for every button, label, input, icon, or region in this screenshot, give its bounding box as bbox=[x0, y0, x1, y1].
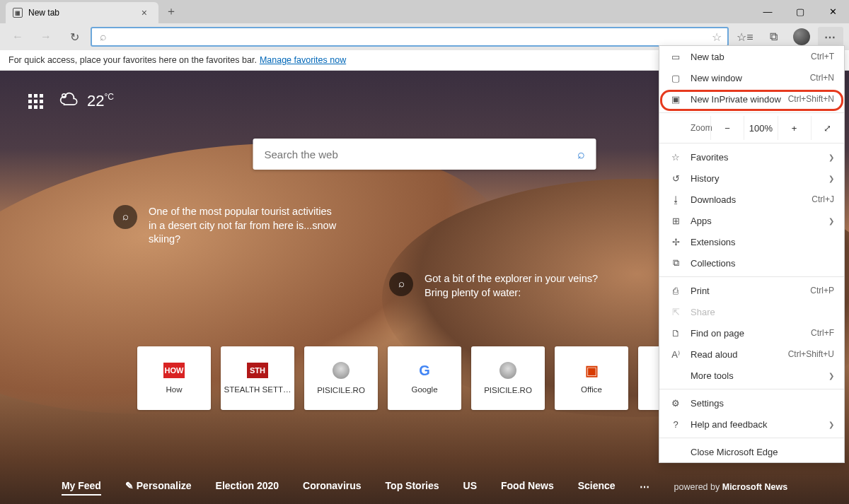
feed-tab[interactable]: Food News bbox=[501, 480, 554, 494]
zoom-in-button[interactable]: + bbox=[778, 116, 811, 140]
top-sites: HOWHow STHSTEALTH SETT… PISICILE.RO GGoo… bbox=[137, 346, 712, 410]
weather-widget[interactable]: 22°C bbox=[59, 90, 114, 112]
powered-by-label: powered by Microsoft News bbox=[674, 482, 788, 492]
top-site-tile[interactable]: PISICILE.RO bbox=[304, 346, 378, 410]
settings-menu: ▭New tabCtrl+T ▢New windowCtrl+N ▣New In… bbox=[659, 45, 845, 463]
feed-tab[interactable]: Science bbox=[578, 480, 616, 494]
page-layout-button[interactable] bbox=[28, 94, 43, 109]
back-button[interactable]: ← bbox=[6, 25, 30, 48]
magnifier-icon: ⌕ bbox=[389, 272, 413, 296]
menu-new-window[interactable]: ▢New windowCtrl+N bbox=[659, 67, 844, 88]
tip-text: Got a bit of the explorer in your veins?… bbox=[424, 272, 616, 300]
help-icon: ? bbox=[668, 419, 683, 430]
browser-tab[interactable]: ▦ New tab × bbox=[6, 2, 158, 23]
search-submit-icon[interactable]: ⌕ bbox=[577, 147, 585, 162]
window-controls: — ▢ ✕ bbox=[751, 0, 849, 23]
maximize-button[interactable]: ▢ bbox=[784, 0, 816, 23]
menu-new-tab[interactable]: ▭New tabCtrl+T bbox=[659, 46, 844, 67]
feed-tab-myfeed[interactable]: My Feed bbox=[62, 480, 101, 494]
menu-downloads[interactable]: ⭳DownloadsCtrl+J bbox=[659, 189, 844, 210]
temperature-value: 22°C bbox=[87, 92, 114, 110]
menu-find[interactable]: 🗋Find on pageCtrl+F bbox=[659, 322, 844, 344]
menu-favorites[interactable]: ☆Favorites❯ bbox=[659, 146, 844, 168]
chevron-right-icon: ❯ bbox=[828, 153, 834, 161]
feed-nav: My Feed ✎ Personalize Election 2020 Coro… bbox=[0, 480, 849, 494]
menu-new-inprivate[interactable]: ▣New InPrivate windowCtrl+Shift+N bbox=[659, 88, 844, 110]
minimize-button[interactable]: — bbox=[751, 0, 784, 23]
collections-icon: ⧉ bbox=[668, 257, 683, 269]
feed-more-button[interactable]: ⋯ bbox=[640, 481, 650, 493]
pencil-icon: ✎ bbox=[125, 480, 134, 491]
gear-icon: ⚙ bbox=[668, 398, 683, 409]
window-icon: ▢ bbox=[668, 73, 683, 83]
web-search-input[interactable] bbox=[265, 148, 577, 160]
weather-icon bbox=[59, 90, 80, 112]
menu-collections[interactable]: ⧉Collections bbox=[659, 252, 844, 274]
history-icon: ↺ bbox=[668, 173, 683, 184]
find-icon: 🗋 bbox=[668, 328, 683, 339]
top-site-tile[interactable]: HOWHow bbox=[137, 346, 211, 410]
trivia-tip[interactable]: ⌕ Got a bit of the explorer in your vein… bbox=[389, 272, 616, 300]
title-bar: ▦ New tab × ＋ — ▢ ✕ bbox=[0, 0, 849, 23]
tab-title: New tab bbox=[28, 8, 59, 18]
top-site-tile[interactable]: PISICILE.RO bbox=[471, 346, 545, 410]
feed-tab-personalize[interactable]: ✎ Personalize bbox=[125, 480, 192, 494]
menu-history[interactable]: ↺History❯ bbox=[659, 168, 844, 189]
close-window-button[interactable]: ✕ bbox=[816, 0, 849, 23]
zoom-level: 100% bbox=[744, 116, 777, 140]
trivia-tip[interactable]: ⌕ One of the most popular tourist activi… bbox=[113, 205, 340, 247]
feed-tab[interactable]: Coronavirus bbox=[303, 480, 361, 494]
favorites-bar-text: For quick access, place your favorites h… bbox=[8, 55, 257, 65]
menu-read-aloud[interactable]: A⁾Read aloudCtrl+Shift+U bbox=[659, 344, 844, 365]
menu-help[interactable]: ?Help and feedback❯ bbox=[659, 414, 844, 435]
menu-extensions[interactable]: ✢Extensions bbox=[659, 231, 844, 252]
tab-favicon: ▦ bbox=[13, 8, 23, 18]
chevron-right-icon: ❯ bbox=[828, 372, 834, 380]
menu-apps[interactable]: ⊞Apps❯ bbox=[659, 210, 844, 231]
star-icon: ☆ bbox=[668, 152, 683, 163]
address-bar[interactable]: ⌕ ☆ bbox=[91, 27, 729, 47]
menu-share: ⇱Share bbox=[659, 301, 844, 322]
top-site-tile[interactable]: STHSTEALTH SETT… bbox=[221, 346, 294, 410]
menu-print[interactable]: ⎙PrintCtrl+P bbox=[659, 280, 844, 301]
chevron-right-icon: ❯ bbox=[828, 175, 834, 182]
feed-tab[interactable]: Top Stories bbox=[386, 480, 439, 494]
chevron-right-icon: ❯ bbox=[828, 421, 834, 428]
new-tab-button[interactable]: ＋ bbox=[160, 0, 183, 23]
search-icon: ⌕ bbox=[98, 30, 109, 43]
extensions-icon: ✢ bbox=[668, 237, 683, 247]
new-tab-icon: ▭ bbox=[668, 52, 683, 62]
tip-text: One of the most popular tourist activiti… bbox=[149, 205, 340, 247]
inprivate-icon: ▣ bbox=[668, 94, 683, 105]
web-search-box[interactable]: ⌕ bbox=[253, 139, 596, 170]
fullscreen-button[interactable]: ⤢ bbox=[811, 116, 844, 140]
manage-favorites-link[interactable]: Manage favorites now bbox=[260, 55, 346, 65]
feed-tab[interactable]: Election 2020 bbox=[216, 480, 279, 494]
menu-more-tools[interactable]: More tools❯ bbox=[659, 365, 844, 386]
share-icon: ⇱ bbox=[668, 307, 683, 317]
forward-button[interactable]: → bbox=[34, 25, 58, 48]
top-site-tile[interactable]: GGoogle bbox=[388, 346, 461, 410]
favorite-star-icon[interactable]: ☆ bbox=[712, 30, 722, 44]
menu-zoom: Zoom − 100% + ⤢ bbox=[659, 116, 844, 140]
menu-settings[interactable]: ⚙Settings bbox=[659, 392, 844, 414]
download-icon: ⭳ bbox=[668, 194, 683, 205]
read-aloud-icon: A⁾ bbox=[668, 349, 683, 360]
feed-tab[interactable]: US bbox=[463, 480, 477, 494]
menu-close-edge[interactable]: Close Microsoft Edge bbox=[659, 441, 844, 462]
apps-icon: ⊞ bbox=[668, 216, 683, 226]
zoom-out-button[interactable]: − bbox=[710, 116, 744, 140]
refresh-button[interactable]: ↻ bbox=[62, 25, 86, 48]
chevron-right-icon: ❯ bbox=[828, 217, 834, 225]
settings-menu-button[interactable]: ⋯ bbox=[818, 27, 843, 47]
top-site-tile[interactable]: ▣Office bbox=[555, 346, 628, 410]
close-tab-icon[interactable]: × bbox=[137, 6, 151, 20]
print-icon: ⎙ bbox=[668, 286, 683, 296]
magnifier-icon: ⌕ bbox=[113, 205, 137, 229]
